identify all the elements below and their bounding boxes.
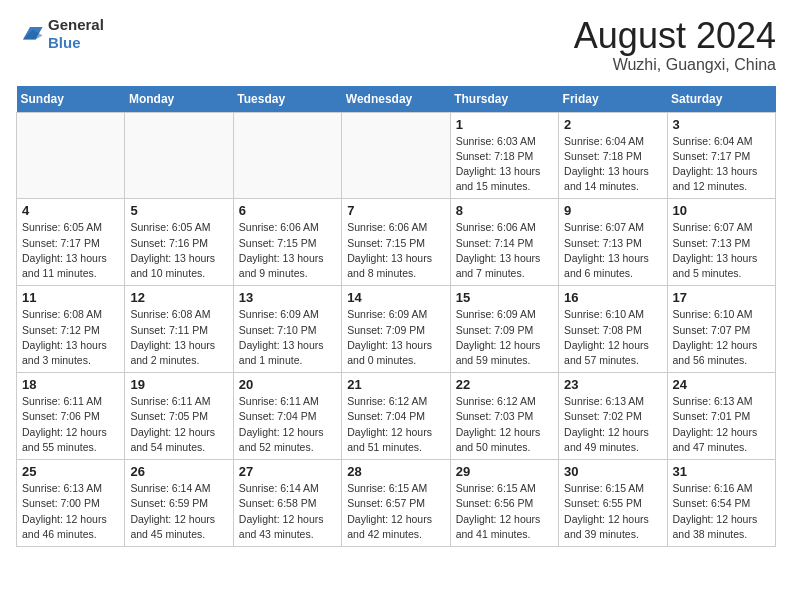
logo-icon <box>16 20 44 48</box>
calendar-cell <box>125 112 233 199</box>
day-number: 6 <box>239 203 336 218</box>
calendar-cell: 12Sunrise: 6:08 AMSunset: 7:11 PMDayligh… <box>125 286 233 373</box>
day-number: 4 <box>22 203 119 218</box>
day-number: 1 <box>456 117 553 132</box>
calendar-cell: 16Sunrise: 6:10 AMSunset: 7:08 PMDayligh… <box>559 286 667 373</box>
col-header-wednesday: Wednesday <box>342 86 450 113</box>
day-number: 11 <box>22 290 119 305</box>
day-number: 26 <box>130 464 227 479</box>
calendar-header-row: SundayMondayTuesdayWednesdayThursdayFrid… <box>17 86 776 113</box>
day-number: 10 <box>673 203 770 218</box>
day-info: Sunrise: 6:07 AMSunset: 7:13 PMDaylight:… <box>564 220 661 281</box>
day-number: 16 <box>564 290 661 305</box>
calendar-week-row: 4Sunrise: 6:05 AMSunset: 7:17 PMDaylight… <box>17 199 776 286</box>
day-info: Sunrise: 6:06 AMSunset: 7:14 PMDaylight:… <box>456 220 553 281</box>
day-info: Sunrise: 6:05 AMSunset: 7:17 PMDaylight:… <box>22 220 119 281</box>
day-info: Sunrise: 6:09 AMSunset: 7:09 PMDaylight:… <box>456 307 553 368</box>
logo-general-text: General <box>48 16 104 33</box>
day-info: Sunrise: 6:05 AMSunset: 7:16 PMDaylight:… <box>130 220 227 281</box>
day-number: 3 <box>673 117 770 132</box>
day-info: Sunrise: 6:09 AMSunset: 7:10 PMDaylight:… <box>239 307 336 368</box>
day-info: Sunrise: 6:16 AMSunset: 6:54 PMDaylight:… <box>673 481 770 542</box>
day-number: 14 <box>347 290 444 305</box>
day-number: 29 <box>456 464 553 479</box>
day-info: Sunrise: 6:07 AMSunset: 7:13 PMDaylight:… <box>673 220 770 281</box>
calendar-cell: 31Sunrise: 6:16 AMSunset: 6:54 PMDayligh… <box>667 460 775 547</box>
day-info: Sunrise: 6:12 AMSunset: 7:04 PMDaylight:… <box>347 394 444 455</box>
day-number: 5 <box>130 203 227 218</box>
calendar-cell: 6Sunrise: 6:06 AMSunset: 7:15 PMDaylight… <box>233 199 341 286</box>
col-header-thursday: Thursday <box>450 86 558 113</box>
calendar-week-row: 25Sunrise: 6:13 AMSunset: 7:00 PMDayligh… <box>17 460 776 547</box>
calendar-cell: 8Sunrise: 6:06 AMSunset: 7:14 PMDaylight… <box>450 199 558 286</box>
calendar-table: SundayMondayTuesdayWednesdayThursdayFrid… <box>16 86 776 547</box>
day-info: Sunrise: 6:04 AMSunset: 7:17 PMDaylight:… <box>673 134 770 195</box>
page-header: General Blue August 2024 Wuzhi, Guangxi,… <box>16 16 776 74</box>
day-info: Sunrise: 6:06 AMSunset: 7:15 PMDaylight:… <box>239 220 336 281</box>
day-number: 20 <box>239 377 336 392</box>
calendar-cell: 17Sunrise: 6:10 AMSunset: 7:07 PMDayligh… <box>667 286 775 373</box>
calendar-cell: 11Sunrise: 6:08 AMSunset: 7:12 PMDayligh… <box>17 286 125 373</box>
day-number: 9 <box>564 203 661 218</box>
day-number: 22 <box>456 377 553 392</box>
calendar-cell <box>233 112 341 199</box>
calendar-cell: 13Sunrise: 6:09 AMSunset: 7:10 PMDayligh… <box>233 286 341 373</box>
calendar-subtitle: Wuzhi, Guangxi, China <box>574 56 776 74</box>
calendar-cell: 29Sunrise: 6:15 AMSunset: 6:56 PMDayligh… <box>450 460 558 547</box>
day-number: 27 <box>239 464 336 479</box>
calendar-cell: 20Sunrise: 6:11 AMSunset: 7:04 PMDayligh… <box>233 373 341 460</box>
day-info: Sunrise: 6:06 AMSunset: 7:15 PMDaylight:… <box>347 220 444 281</box>
day-info: Sunrise: 6:09 AMSunset: 7:09 PMDaylight:… <box>347 307 444 368</box>
day-number: 7 <box>347 203 444 218</box>
title-block: August 2024 Wuzhi, Guangxi, China <box>574 16 776 74</box>
calendar-cell: 15Sunrise: 6:09 AMSunset: 7:09 PMDayligh… <box>450 286 558 373</box>
day-info: Sunrise: 6:04 AMSunset: 7:18 PMDaylight:… <box>564 134 661 195</box>
day-info: Sunrise: 6:11 AMSunset: 7:04 PMDaylight:… <box>239 394 336 455</box>
day-info: Sunrise: 6:13 AMSunset: 7:02 PMDaylight:… <box>564 394 661 455</box>
calendar-cell: 7Sunrise: 6:06 AMSunset: 7:15 PMDaylight… <box>342 199 450 286</box>
calendar-week-row: 1Sunrise: 6:03 AMSunset: 7:18 PMDaylight… <box>17 112 776 199</box>
calendar-cell <box>342 112 450 199</box>
calendar-cell: 21Sunrise: 6:12 AMSunset: 7:04 PMDayligh… <box>342 373 450 460</box>
day-info: Sunrise: 6:03 AMSunset: 7:18 PMDaylight:… <box>456 134 553 195</box>
day-number: 17 <box>673 290 770 305</box>
day-number: 18 <box>22 377 119 392</box>
day-info: Sunrise: 6:14 AMSunset: 6:58 PMDaylight:… <box>239 481 336 542</box>
calendar-cell: 22Sunrise: 6:12 AMSunset: 7:03 PMDayligh… <box>450 373 558 460</box>
day-number: 25 <box>22 464 119 479</box>
day-info: Sunrise: 6:14 AMSunset: 6:59 PMDaylight:… <box>130 481 227 542</box>
day-number: 15 <box>456 290 553 305</box>
calendar-cell: 25Sunrise: 6:13 AMSunset: 7:00 PMDayligh… <box>17 460 125 547</box>
day-info: Sunrise: 6:15 AMSunset: 6:55 PMDaylight:… <box>564 481 661 542</box>
logo: General Blue <box>16 16 104 52</box>
logo-blue-text: Blue <box>48 34 81 51</box>
day-number: 19 <box>130 377 227 392</box>
day-info: Sunrise: 6:11 AMSunset: 7:05 PMDaylight:… <box>130 394 227 455</box>
col-header-sunday: Sunday <box>17 86 125 113</box>
calendar-cell <box>17 112 125 199</box>
day-number: 8 <box>456 203 553 218</box>
calendar-cell: 28Sunrise: 6:15 AMSunset: 6:57 PMDayligh… <box>342 460 450 547</box>
day-number: 12 <box>130 290 227 305</box>
day-info: Sunrise: 6:15 AMSunset: 6:57 PMDaylight:… <box>347 481 444 542</box>
day-number: 28 <box>347 464 444 479</box>
calendar-cell: 30Sunrise: 6:15 AMSunset: 6:55 PMDayligh… <box>559 460 667 547</box>
day-info: Sunrise: 6:13 AMSunset: 7:00 PMDaylight:… <box>22 481 119 542</box>
calendar-week-row: 11Sunrise: 6:08 AMSunset: 7:12 PMDayligh… <box>17 286 776 373</box>
calendar-cell: 2Sunrise: 6:04 AMSunset: 7:18 PMDaylight… <box>559 112 667 199</box>
col-header-monday: Monday <box>125 86 233 113</box>
calendar-cell: 14Sunrise: 6:09 AMSunset: 7:09 PMDayligh… <box>342 286 450 373</box>
day-info: Sunrise: 6:10 AMSunset: 7:07 PMDaylight:… <box>673 307 770 368</box>
day-info: Sunrise: 6:12 AMSunset: 7:03 PMDaylight:… <box>456 394 553 455</box>
calendar-cell: 24Sunrise: 6:13 AMSunset: 7:01 PMDayligh… <box>667 373 775 460</box>
day-info: Sunrise: 6:08 AMSunset: 7:12 PMDaylight:… <box>22 307 119 368</box>
col-header-friday: Friday <box>559 86 667 113</box>
day-info: Sunrise: 6:11 AMSunset: 7:06 PMDaylight:… <box>22 394 119 455</box>
calendar-cell: 23Sunrise: 6:13 AMSunset: 7:02 PMDayligh… <box>559 373 667 460</box>
calendar-cell: 18Sunrise: 6:11 AMSunset: 7:06 PMDayligh… <box>17 373 125 460</box>
calendar-cell: 10Sunrise: 6:07 AMSunset: 7:13 PMDayligh… <box>667 199 775 286</box>
day-number: 31 <box>673 464 770 479</box>
day-info: Sunrise: 6:13 AMSunset: 7:01 PMDaylight:… <box>673 394 770 455</box>
day-number: 2 <box>564 117 661 132</box>
calendar-cell: 27Sunrise: 6:14 AMSunset: 6:58 PMDayligh… <box>233 460 341 547</box>
